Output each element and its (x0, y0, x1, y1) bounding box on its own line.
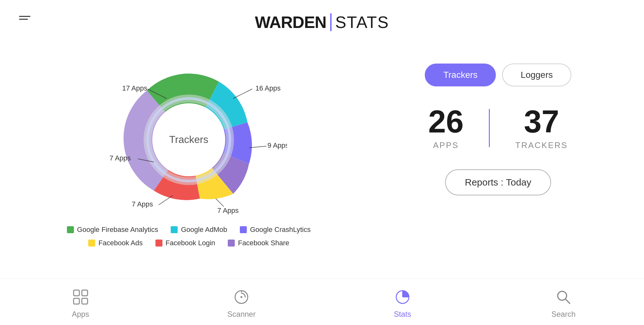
legend-color-admob (171, 226, 178, 233)
nav-label-scanner: Scanner (227, 310, 256, 319)
stats-icon (394, 288, 411, 306)
logo-divider (330, 13, 332, 31)
left-panel: Trackers 17 Apps 16 Apps 9 Apps 7 Apps 7… (25, 44, 352, 278)
legend-color-crashlytics (240, 226, 247, 233)
nav-label-search: Search (551, 310, 575, 319)
svg-line-11 (565, 299, 570, 303)
nav-item-stats[interactable]: Stats (371, 288, 434, 319)
label-line-fblogin (159, 195, 173, 205)
logo: WARDEN STATS (255, 13, 389, 32)
svg-rect-2 (74, 298, 79, 304)
search-icon (555, 288, 572, 306)
logo-warden: WARDEN (255, 13, 326, 32)
legend-label-firebase: Google Firebase Analytics (77, 226, 158, 234)
donut-chart: Trackers 17 Apps 16 Apps 9 Apps 7 Apps 7… (90, 54, 287, 219)
label-firebase-apps: 17 Apps (122, 84, 148, 92)
label-admob-apps: 16 Apps (255, 84, 281, 92)
legend-row-2: Facebook Ads Facebook Login Facebook Sha… (88, 239, 289, 247)
legend-color-firebase (67, 226, 74, 233)
label-fblogin-apps: 7 Apps (132, 200, 153, 208)
chart-center-label: Trackers (169, 134, 208, 145)
label-line-admob (233, 89, 252, 98)
label-other-apps: 7 Apps (109, 154, 131, 162)
bottom-nav: Apps Scanner Stats (0, 278, 644, 325)
apps-count: 26 (428, 105, 463, 137)
right-panel: Trackers Loggers 26 APPS 37 TRACKERS Rep… (378, 44, 619, 278)
scanner-icon (233, 288, 250, 306)
legend-label-fbshare: Facebook Share (238, 239, 289, 247)
nav-label-stats: Stats (394, 310, 411, 319)
apps-label: APPS (433, 140, 459, 150)
chart-svg: Trackers 17 Apps 16 Apps 9 Apps 7 Apps 7… (90, 54, 287, 219)
svg-rect-1 (82, 290, 88, 296)
legend-label-fbads: Facebook Ads (98, 239, 142, 247)
svg-rect-0 (74, 290, 79, 296)
toggle-group: Trackers Loggers (425, 64, 571, 86)
loggers-toggle[interactable]: Loggers (502, 64, 571, 86)
legend-color-fblogin (155, 240, 162, 247)
trackers-toggle[interactable]: Trackers (425, 64, 496, 86)
trackers-count: 37 (524, 105, 559, 137)
legend-color-fbshare (228, 240, 235, 247)
reports-today-button[interactable]: Reports : Today (445, 169, 551, 195)
label-line-fbads (216, 199, 224, 207)
chart-legend: Google Firebase Analytics Google AdMob G… (67, 226, 311, 247)
legend-item-fbads: Facebook Ads (88, 239, 142, 247)
svg-rect-3 (82, 298, 88, 304)
label-crashlytics-apps: 9 Apps (267, 141, 287, 149)
svg-point-5 (240, 296, 242, 298)
legend-label-fblogin: Facebook Login (166, 239, 215, 247)
label-fbads-apps: 7 Apps (217, 207, 239, 214)
stats-row: 26 APPS 37 TRACKERS (378, 105, 619, 150)
header: WARDEN STATS (0, 0, 644, 38)
nav-label-apps: Apps (72, 310, 89, 319)
legend-item-crashlytics: Google CrashLytics (240, 226, 311, 234)
legend-item-admob: Google AdMob (171, 226, 227, 234)
apps-icon (72, 288, 89, 306)
trackers-label: TRACKERS (515, 140, 568, 150)
logo-stats: STATS (335, 13, 389, 32)
legend-label-admob: Google AdMob (181, 226, 227, 234)
legend-label-crashlytics: Google CrashLytics (250, 226, 311, 234)
main-content: Trackers 17 Apps 16 Apps 9 Apps 7 Apps 7… (0, 38, 644, 278)
legend-item-firebase: Google Firebase Analytics (67, 226, 158, 234)
nav-item-apps[interactable]: Apps (49, 288, 112, 319)
legend-row-1: Google Firebase Analytics Google AdMob G… (67, 226, 311, 234)
legend-item-fbshare: Facebook Share (228, 239, 289, 247)
legend-item-fblogin: Facebook Login (155, 239, 215, 247)
stat-apps: 26 APPS (403, 105, 489, 150)
legend-color-fbads (88, 240, 95, 247)
nav-item-scanner[interactable]: Scanner (210, 288, 273, 319)
stat-trackers: 37 TRACKERS (490, 105, 593, 150)
nav-item-search[interactable]: Search (532, 288, 595, 319)
menu-expand-icon[interactable] (19, 16, 30, 20)
